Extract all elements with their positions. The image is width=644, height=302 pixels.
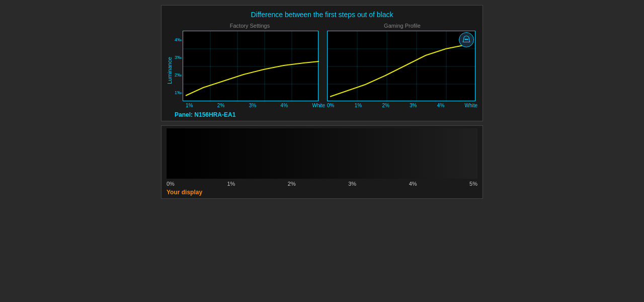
display-bar-area — [167, 128, 477, 179]
svg-rect-21 — [167, 128, 477, 179]
gaming-icon — [459, 32, 474, 47]
y-label-1: 1‰ — [175, 90, 182, 95]
display-x-4: 4% — [409, 181, 417, 187]
y-label-3: 3‰ — [175, 55, 182, 60]
your-display-label: Your display — [167, 189, 477, 196]
factory-x-white: White — [312, 103, 325, 108]
factory-chart-svg — [183, 31, 319, 102]
charts-row: Factory Settings 1‰ 2‰ 3‰ 4‰ — [175, 23, 477, 108]
display-section: 0% 1% 2% 3% 4% 5% Your display — [161, 125, 483, 199]
gaming-profile-header: Gaming Profile — [327, 23, 477, 29]
chart-section: Difference between the first steps out o… — [161, 5, 483, 121]
gaming-x-0: 0% — [327, 103, 334, 108]
display-x-5: 5% — [469, 181, 477, 187]
gaming-x-2: 2% — [382, 103, 389, 108]
gaming-x-4: 4% — [437, 103, 444, 108]
factory-settings-header: Factory Settings — [175, 23, 325, 29]
y-label-2: 2‰ — [175, 72, 182, 78]
main-container: Difference between the first steps out o… — [0, 0, 644, 302]
display-x-labels: 0% 1% 2% 3% 4% 5% — [167, 181, 477, 187]
display-x-1: 1% — [227, 181, 235, 187]
factory-x-1: 1% — [186, 103, 193, 108]
charts-with-axis: Luminance Factory Settings 1‰ 2‰ 3‰ — [167, 23, 477, 118]
gaming-profile-chart: Gaming Profile — [327, 23, 477, 108]
panel-info: Panel: N156HRA-EA1 — [175, 111, 477, 118]
y-label-4: 4‰ — [175, 37, 182, 42]
factory-x-4: 4% — [281, 103, 288, 108]
display-x-3: 3% — [348, 181, 356, 187]
factory-x-labels: 1% 2% 3% 4% White — [175, 103, 325, 108]
display-x-2: 2% — [288, 181, 296, 187]
gaming-chart-wrapper: 0% 1% 2% 3% 4% White — [327, 31, 477, 108]
gaming-x-labels: 0% 1% 2% 3% 4% White — [327, 103, 477, 108]
y-axis-label: Luminance — [167, 23, 173, 118]
gaming-x-white: White — [464, 103, 477, 108]
display-x-0: 0% — [167, 181, 175, 187]
factory-x-3: 3% — [249, 103, 256, 108]
gaming-x-1: 1% — [355, 103, 362, 108]
gaming-x-3: 3% — [410, 103, 417, 108]
factory-chart-area — [183, 31, 318, 101]
svg-point-17 — [465, 39, 466, 40]
factory-x-2: 2% — [217, 103, 224, 108]
factory-settings-chart: Factory Settings 1‰ 2‰ 3‰ 4‰ — [175, 23, 325, 108]
gaming-curve — [330, 45, 463, 97]
chart-title: Difference between the first steps out o… — [167, 11, 477, 19]
gaming-chart-area — [327, 31, 475, 101]
svg-point-18 — [467, 39, 468, 40]
display-visualization — [167, 128, 477, 179]
gaming-chart-svg — [328, 31, 476, 102]
